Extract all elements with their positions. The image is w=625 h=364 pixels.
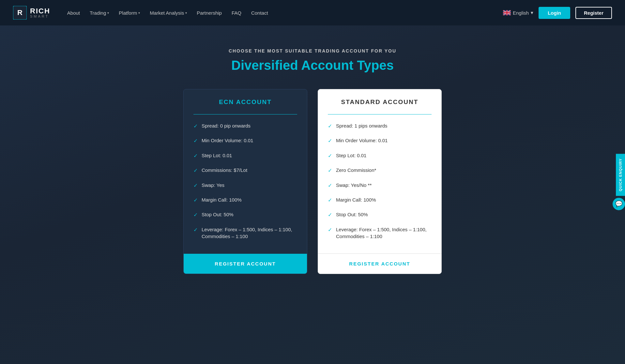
standard-account-card: STANDARD ACCOUNT ✓ Spread: 1 pips onward… (318, 89, 442, 274)
lang-label: English (513, 10, 529, 16)
standard-card-features: ✓ Spread: 1 pips onwards ✓ Min Order Vol… (318, 122, 441, 253)
list-item: ✓ Margin Call: 100% (193, 196, 297, 204)
chat-button[interactable]: 💬 (613, 198, 625, 210)
check-icon: ✓ (193, 123, 198, 130)
check-icon: ✓ (193, 137, 198, 144)
svg-text:R: R (17, 8, 23, 17)
check-icon: ✓ (328, 137, 332, 144)
list-item: ✓ Leverage: Forex – 1:500, Indices – 1:1… (193, 226, 297, 240)
main-content: CHOOSE THE MOST SUITABLE TRADING ACCOUNT… (0, 25, 625, 364)
check-icon: ✓ (193, 226, 198, 234)
list-item: ✓ Swap: Yes/No ** (328, 182, 432, 189)
cards-container: ECN ACCOUNT ✓ Spread: 0 pip onwards ✓ Mi… (133, 89, 492, 274)
quick-enquiry-tab[interactable]: QUICK ENQUIRY (616, 154, 625, 196)
standard-divider (328, 114, 432, 114)
standard-card-footer: REGISTER ACCOUNT (318, 253, 441, 274)
nav-market-analysis[interactable]: Market Analysis ▾ (146, 8, 191, 18)
check-icon: ✓ (328, 167, 332, 174)
nav-partnership[interactable]: Partnership (193, 8, 226, 18)
list-item: ✓ Min Order Volume: 0.01 (193, 137, 297, 144)
logo-smart-text: SMART (30, 15, 50, 18)
chevron-down-icon: ▾ (107, 11, 109, 15)
list-item: ✓ Swap: Yes (193, 182, 297, 189)
flag-icon (503, 10, 511, 15)
chevron-down-icon: ▾ (531, 10, 533, 16)
list-item: ✓ Zero Commission* (328, 167, 432, 174)
check-icon: ✓ (193, 152, 198, 159)
check-icon: ✓ (328, 226, 332, 234)
list-item: ✓ Leverage: Forex – 1:500, Indices – 1:1… (328, 226, 432, 240)
nav-faq[interactable]: FAQ (228, 8, 245, 18)
ecn-card-title: ECN ACCOUNT (190, 99, 300, 106)
check-icon: ✓ (328, 123, 332, 130)
standard-card-header: STANDARD ACCOUNT (318, 89, 441, 109)
ecn-account-card: ECN ACCOUNT ✓ Spread: 0 pip onwards ✓ Mi… (183, 89, 307, 274)
nav-platform[interactable]: Platform ▾ (115, 8, 144, 18)
list-item: ✓ Commissions: $7/Lot (193, 167, 297, 174)
list-item: ✓ Min Order Volume: 0.01 (328, 137, 432, 144)
list-item: ✓ Step Lot: 0.01 (328, 152, 432, 159)
register-button[interactable]: Register (575, 7, 612, 19)
check-icon: ✓ (193, 167, 198, 174)
check-icon: ✓ (328, 211, 332, 219)
ecn-card-features: ✓ Spread: 0 pip onwards ✓ Min Order Volu… (184, 122, 307, 254)
navbar: R RICH SMART About Trading ▾ Platform ▾ … (0, 0, 625, 25)
standard-register-button[interactable]: REGISTER ACCOUNT (318, 253, 441, 274)
list-item: ✓ Stop Out: 50% (328, 211, 432, 219)
ecn-divider (193, 114, 297, 114)
check-icon: ✓ (193, 197, 198, 204)
nav-right: English ▾ Login Register (503, 7, 612, 19)
chevron-down-icon: ▾ (138, 11, 140, 15)
list-item: ✓ Spread: 1 pips onwards (328, 122, 432, 130)
ecn-card-footer: REGISTER ACCOUNT (184, 254, 307, 274)
check-icon: ✓ (193, 182, 198, 189)
list-item: ✓ Spread: 0 pip onwards (193, 122, 297, 130)
side-panel: QUICK ENQUIRY 💬 (613, 154, 625, 210)
nav-trading[interactable]: Trading ▾ (86, 8, 113, 18)
chat-icon: 💬 (615, 201, 622, 208)
nav-about[interactable]: About (63, 8, 84, 18)
list-item: ✓ Stop Out: 50% (193, 211, 297, 219)
check-icon: ✓ (328, 197, 332, 204)
standard-card-title: STANDARD ACCOUNT (325, 99, 435, 106)
nav-links: About Trading ▾ Platform ▾ Market Analys… (63, 8, 503, 18)
list-item: ✓ Step Lot: 0.01 (193, 152, 297, 159)
list-item: ✓ Margin Call: 100% (328, 196, 432, 204)
section-subtitle: CHOOSE THE MOST SUITABLE TRADING ACCOUNT… (229, 48, 396, 53)
check-icon: ✓ (193, 211, 198, 219)
check-icon: ✓ (328, 152, 332, 159)
nav-contact[interactable]: Contact (247, 8, 272, 18)
language-selector[interactable]: English ▾ (503, 10, 533, 16)
login-button[interactable]: Login (539, 7, 570, 19)
section-title: Diversified Account Types (231, 58, 394, 73)
ecn-card-header: ECN ACCOUNT (184, 89, 307, 109)
ecn-register-button[interactable]: REGISTER ACCOUNT (184, 254, 307, 274)
logo-rich-text: RICH (30, 8, 50, 15)
logo[interactable]: R RICH SMART (13, 6, 50, 20)
check-icon: ✓ (328, 182, 332, 189)
chevron-down-icon: ▾ (185, 11, 187, 15)
